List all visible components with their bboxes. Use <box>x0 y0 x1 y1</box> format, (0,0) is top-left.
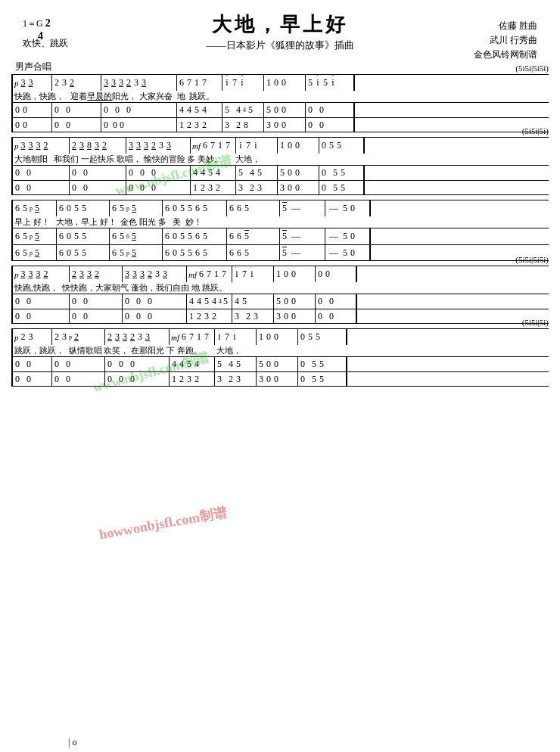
sys3-staff: 6 5 p 5 6 0 5 5 6 5 p 5 <box>11 200 549 261</box>
system-3: 6 5 p 5 6 0 5 5 6 5 p 5 <box>11 200 549 261</box>
sys1-row1: p 3 3 2 3 2 3 3 3 2 3 3 <box>13 74 549 91</box>
sys1-lyrics1: 快跑，快跑， 迎着早晨的阳光， 大家兴奋 地 跳跃。 <box>13 91 549 102</box>
composer-line3: 金色风铃网制谱 <box>474 48 537 62</box>
system-5: (5i5i|5i) p 2 3 2 3 p 2 2 <box>11 328 549 387</box>
sys2-row2: 0 0 0 0 0 0 0 4454 5 45 500 0 55 <box>13 165 549 180</box>
dynamic-p1: p <box>14 79 19 88</box>
sys3-row3: 6 5 p 5 6 0 5 5 6 5 p 5 <box>13 244 549 261</box>
main-title: 大地，早上好 <box>11 11 549 38</box>
m7: 5 i· 5 i· <box>306 75 355 91</box>
hint-4: (5i5i|5i5i) <box>515 255 549 264</box>
sys5-row1: p 2 3 2 3 p 2 2 3 3 2 3 <box>13 328 549 345</box>
page: 1＝G 2 4 欢快、跳跃 大地，早上好 ——日本影片《狐狸的故事》插曲 佐藤 … <box>0 0 560 752</box>
sys5-row3: 0 0 0 0 0 0 0 1232 3 23 300 0 55 <box>13 371 549 387</box>
time-signature: 2 <box>45 17 51 29</box>
title-area: 大地，早上好 ——日本影片《狐狸的故事》插曲 <box>11 11 549 52</box>
m5: i· 7 i· <box>222 75 264 91</box>
sys2-lyrics1: 大地朝阳 和我们 一起快乐 歌唱， 愉快的冒险 多 美妙。 大地， <box>13 154 549 165</box>
key-label: 1＝G <box>23 18 43 29</box>
sys2-row1: p 3 3 3 2 2 3 8 3 2 3 3 <box>13 137 549 154</box>
hint-5: (5i5i|5i) <box>522 318 549 327</box>
sys3-row2: 6 5 p 5 6 0 5 5 6 5 6 5 <box>13 228 549 244</box>
system-4: (5i5i|5i5i) p 3 3 3 2 2 3 3 2 <box>11 266 549 324</box>
sys1-row2: 00 0 0 0 0 0 4454 5 445 500 0 0 <box>13 102 549 117</box>
sys4-row3: 0 0 0 0 0 0 0 1232 3 23 300 0 0 <box>13 309 549 324</box>
m1: p 3 3 <box>13 75 52 91</box>
score: (5i5i|5i5i) p 3 3 2 3 2 3 <box>11 74 549 387</box>
sys5-row2: 0 0 0 0 0 0 0 4454 5 45 500 0 55 <box>13 356 549 371</box>
sys4-lyrics1: 快跑,快跑， 快快跑，大家朝气 蓬勃，我们自由 地 跳跃。 <box>13 282 549 294</box>
header: 1＝G 2 4 欢快、跳跃 大地，早上好 ——日本影片《狐狸的故事》插曲 佐藤 … <box>11 11 549 61</box>
sys1-staff: p 3 3 2 3 2 3 3 3 2 3 3 <box>11 74 549 132</box>
n1: 3 <box>20 77 26 89</box>
subtitle: ——日本影片《狐狸的故事》插曲 <box>11 39 549 52</box>
composer-line2: 武川 行秀曲 <box>474 33 537 48</box>
hint-1: (5i5i|5i5i) <box>515 64 549 73</box>
sys1-row3: 00 0 0 0 0 0 1232 3 28 300 0 0 <box>13 117 549 132</box>
composer-area: 佐藤 胜曲 武川 行秀曲 金色风铃网制谱 <box>474 19 537 63</box>
sys2-staff: p 3 3 3 2 2 3 8 3 2 3 3 <box>11 137 549 195</box>
sys4-staff: p 3 3 3 2 2 3 3 2 3 3 3 <box>11 266 549 324</box>
sys3-row1: 6 5 p 5 6 0 5 5 6 5 p 5 <box>13 200 549 216</box>
m4: 6 7 1 7 <box>177 75 222 91</box>
sys3-lyrics1: 早上 好！ 大地，早上 好！ 金色 阳光 多 美 妙！ <box>13 216 549 228</box>
watermark3: howwonbjsfl.com制谱 <box>98 503 228 543</box>
sys2-row3: 0 0 0 0 0 0 0 1232 3 23 300 0 55 <box>13 180 549 195</box>
m2: 2 3 2 <box>52 75 101 91</box>
system-1: (5i5i|5i5i) p 3 3 2 3 2 3 <box>11 74 549 132</box>
n2: 3 <box>28 77 34 89</box>
system-2: (5i5i|5i) p 3 3 3 2 2 3 8 3 2 <box>11 137 549 195</box>
voice-label: 男声合唱 <box>15 61 549 73</box>
page-marker: | o <box>68 737 76 748</box>
sys4-row2: 0 0 0 0 0 0 0 4454 45 45 500 0 0 <box>13 294 549 309</box>
tempo-label: 欢快、跳跃 <box>23 37 68 50</box>
sys5-staff: p 2 3 2 3 p 2 2 3 3 2 3 <box>11 328 549 387</box>
m3: 3 3 3 2 3 3 <box>101 75 177 91</box>
sys5-lyrics1: 跳跃，跳跃， 纵情歌唱 欢笑， 在那阳光 下 奔跑。 大地， <box>13 345 549 356</box>
composer-line1: 佐藤 胜曲 <box>474 19 537 33</box>
m6: 1 0 0 <box>264 75 306 91</box>
hint-2: (5i5i|5i) <box>522 126 549 135</box>
sys4-row1: p 3 3 3 2 2 3 3 2 3 3 3 <box>13 266 549 282</box>
